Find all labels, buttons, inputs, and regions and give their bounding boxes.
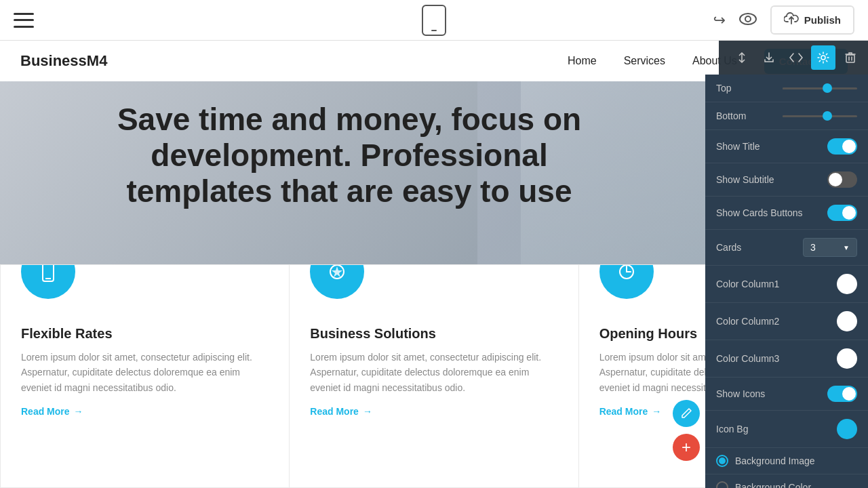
bg-color-label: Background Color [735, 482, 811, 488]
card-1: Flexible Rates Lorem ipsum dolor sit ame… [0, 264, 290, 488]
fab-edit-button[interactable] [673, 400, 700, 427]
plus-icon: + [682, 438, 691, 457]
settings-label-cards: Cards [716, 242, 741, 253]
svg-point-9 [821, 56, 825, 60]
top-toolbar: ↩ Publish [0, 0, 868, 41]
card-1-title: Flexible Rates [21, 326, 269, 342]
card-2-title: Business Solutions [310, 326, 557, 342]
action-bar [719, 41, 868, 75]
phone-preview-icon[interactable] [422, 5, 446, 36]
show-cards-buttons-toggle[interactable] [827, 205, 857, 221]
settings-row-show-subtitle: Show Subtitle [705, 163, 868, 197]
settings-row-icon-bg: Icon Bg [705, 411, 868, 448]
settings-label-bottom: Bottom [716, 110, 746, 121]
chevron-down-icon: ▼ [843, 244, 850, 251]
card-2-icon [310, 264, 364, 299]
cloud-upload-icon [784, 12, 799, 28]
toolbar-center [422, 5, 446, 36]
settings-label-show-subtitle: Show Subtitle [716, 174, 774, 185]
cards-dropdown[interactable]: 3 ▼ [803, 238, 857, 257]
hero-title: Save time and money, focus ondevelopment… [27, 102, 671, 209]
fab-add-button[interactable]: + [673, 434, 700, 461]
code-button[interactable] [784, 45, 808, 70]
settings-label-color-col2: Color Column2 [716, 316, 779, 327]
card-3-icon [599, 264, 654, 299]
card-1-icon [21, 264, 75, 299]
settings-label-icon-bg: Icon Bg [716, 424, 748, 434]
settings-label-color-col3: Color Column3 [716, 353, 779, 364]
publish-label: Publish [804, 14, 841, 26]
settings-row-bg-color[interactable]: Background Color [705, 474, 868, 488]
card-1-text: Lorem ipsum dolor sit amet, consectetur … [21, 350, 269, 395]
card-2: Business Solutions Lorem ipsum dolor sit… [290, 264, 578, 488]
settings-row-show-cards-buttons: Show Cards Buttons [705, 197, 868, 230]
settings-button[interactable] [811, 45, 835, 70]
hero-section: Save time and money, focus ondevelopment… [0, 102, 698, 209]
sort-button[interactable] [730, 45, 754, 70]
nav-link-home[interactable]: Home [568, 55, 597, 67]
settings-row-bg-image[interactable]: Background Image [705, 448, 868, 474]
arrow-icon: → [74, 406, 83, 417]
settings-row-color-col3: Color Column3 [705, 340, 868, 378]
top-slider[interactable] [783, 87, 857, 89]
icon-bg-picker[interactable] [837, 419, 857, 439]
toolbar-right: ↩ Publish [713, 5, 854, 35]
card-2-content: Business Solutions Lorem ipsum dolor sit… [310, 326, 557, 417]
card-1-link[interactable]: Read More → [21, 406, 269, 417]
bg-color-radio[interactable] [716, 481, 728, 488]
color-column1-picker[interactable] [837, 274, 857, 294]
bottom-slider[interactable] [783, 115, 857, 117]
bg-image-label: Background Image [735, 455, 815, 466]
settings-row-bottom: Bottom [705, 102, 868, 130]
settings-label-show-icons: Show Icons [716, 388, 765, 399]
site-logo: BusinessM4 [20, 52, 107, 70]
bg-image-radio[interactable] [716, 455, 728, 467]
svg-rect-10 [846, 55, 854, 62]
preview-eye-icon[interactable] [739, 12, 757, 29]
show-title-toggle[interactable] [827, 138, 857, 155]
download-button[interactable] [757, 45, 781, 70]
card-1-content: Flexible Rates Lorem ipsum dolor sit ame… [21, 326, 269, 417]
show-icons-toggle[interactable] [827, 386, 857, 402]
cards-dropdown-value: 3 [810, 242, 816, 253]
svg-point-0 [740, 14, 756, 24]
settings-label-top: Top [716, 83, 732, 94]
card-2-link[interactable]: Read More → [310, 406, 557, 417]
menu-icon[interactable] [14, 13, 34, 28]
settings-row-top: Top [705, 75, 868, 102]
settings-row-show-title: Show Title [705, 130, 868, 163]
settings-label-show-cards-buttons: Show Cards Buttons [716, 207, 803, 218]
color-column2-picker[interactable] [837, 311, 857, 331]
settings-row-cards: Cards 3 ▼ [705, 230, 868, 266]
arrow-icon-3: → [652, 406, 661, 417]
undo-icon[interactable]: ↩ [713, 12, 726, 29]
publish-button[interactable]: Publish [770, 5, 854, 35]
toolbar-left [14, 13, 34, 28]
settings-label-color-col1: Color Column1 [716, 279, 779, 289]
trash-button[interactable] [838, 45, 863, 70]
settings-panel: Top Bottom Show Title [705, 75, 868, 488]
main-area: BusinessM4 Home Services About Us Contac… [0, 41, 868, 488]
card-2-text: Lorem ipsum dolor sit amet, consectetur … [310, 350, 557, 395]
svg-point-1 [745, 16, 751, 22]
settings-row-show-icons: Show Icons [705, 378, 868, 411]
color-column3-picker[interactable] [837, 348, 857, 369]
settings-row-color-col2: Color Column2 [705, 303, 868, 340]
settings-label-show-title: Show Title [716, 141, 760, 152]
arrow-icon-2: → [363, 406, 372, 417]
settings-row-color-col1: Color Column1 [705, 266, 868, 303]
nav-link-services[interactable]: Services [624, 55, 665, 67]
show-subtitle-toggle[interactable] [827, 171, 857, 188]
